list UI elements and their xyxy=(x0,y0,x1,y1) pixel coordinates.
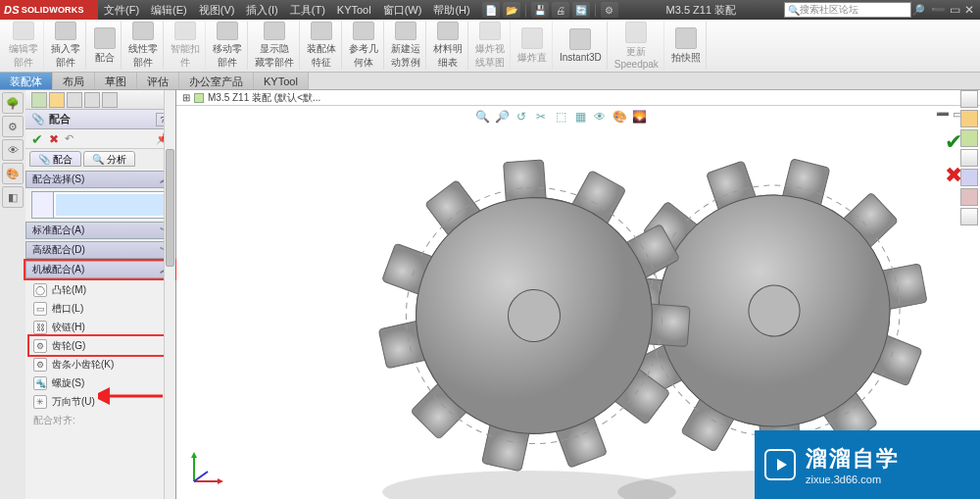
universal-icon: ✳ xyxy=(33,395,47,409)
tab-sketch[interactable]: 草图 xyxy=(95,73,137,89)
qa-new-icon[interactable]: 📄 xyxy=(482,2,500,18)
menu-window[interactable]: 窗口(W) xyxy=(377,0,428,20)
rb-instant3d[interactable]: Instant3D xyxy=(555,22,608,70)
mate-rack[interactable]: ⚙齿条小齿轮(K) xyxy=(29,355,172,374)
rb-edit-component[interactable]: 编辑零部件 xyxy=(4,22,44,70)
show-hide-icon xyxy=(264,22,285,40)
tab-evaluate[interactable]: 评估 xyxy=(137,73,179,89)
selection-type-icon[interactable] xyxy=(32,192,54,218)
tab-office[interactable]: 办公室产品 xyxy=(179,73,254,89)
snapshot-icon xyxy=(675,27,697,49)
tp-home-icon[interactable] xyxy=(960,90,978,108)
menu-kytool[interactable]: KYTool xyxy=(331,0,377,20)
fm-display-icon[interactable]: 👁 xyxy=(2,139,24,161)
menu-edit[interactable]: 编辑(E) xyxy=(145,0,193,20)
main-menu: 文件(F) 编辑(E) 视图(V) 插入(I) 工具(T) KYTool 窗口(… xyxy=(98,0,476,20)
fm-tab-3-icon[interactable] xyxy=(67,92,82,108)
sub-tab-strip: 📎 配合 🔍 分析 xyxy=(25,149,175,169)
fm-tab-4-icon[interactable] xyxy=(84,92,100,108)
qa-rebuild-icon[interactable]: 🔄 xyxy=(572,2,590,18)
menu-tools[interactable]: 工具(T) xyxy=(284,0,331,20)
view-triad[interactable] xyxy=(186,450,225,489)
left-icon-column: 🌳 ⚙ 👁 🎨 ◧ xyxy=(0,90,25,499)
rb-mate[interactable]: 配合 xyxy=(88,22,122,70)
rb-speedpak[interactable]: 更新Speedpak xyxy=(610,22,664,70)
qa-print-icon[interactable]: 🖨 xyxy=(552,2,569,18)
menu-file[interactable]: 文件(F) xyxy=(98,0,145,20)
document-title: M3.5 Z11 装配 xyxy=(618,3,784,18)
svg-marker-21 xyxy=(218,478,223,484)
search-input[interactable]: 🔍 搜索社区论坛 xyxy=(784,2,911,18)
tp-appearances-icon[interactable] xyxy=(960,169,978,186)
fm-appearance-icon[interactable]: 🎨 xyxy=(2,163,24,184)
sub-tab-mate[interactable]: 📎 配合 xyxy=(29,151,81,167)
move-component-icon xyxy=(217,22,238,40)
selection-box[interactable] xyxy=(31,191,170,219)
mate-gear[interactable]: ⚙齿轮(G) xyxy=(29,336,172,355)
panel-scrollbar[interactable] xyxy=(164,90,175,499)
search-go-icon[interactable]: 🔎 xyxy=(911,4,925,17)
cancel-icon[interactable]: ✖ xyxy=(49,132,59,146)
fm-tab-2-icon[interactable] xyxy=(49,92,65,108)
fm-decal-icon[interactable]: ◧ xyxy=(2,186,24,208)
section-mechanical[interactable]: 机械配合(A)︽ xyxy=(25,261,175,278)
tp-design-lib-icon[interactable] xyxy=(960,110,978,127)
tree-expand-icon[interactable]: ⊞ xyxy=(182,92,190,103)
rb-move-component[interactable]: 移动零部件 xyxy=(208,22,248,70)
rb-snapshot[interactable]: 拍快照 xyxy=(666,22,707,70)
undo-icon[interactable]: ↶ xyxy=(65,132,74,145)
section-advanced[interactable]: 高级配合(D)︾ xyxy=(25,241,175,259)
explode-line-icon xyxy=(521,27,543,49)
motion-study-icon xyxy=(395,22,416,40)
mate-screw[interactable]: 🔩螺旋(S) xyxy=(29,374,172,392)
qa-save-icon[interactable]: 💾 xyxy=(531,2,549,18)
restore-icon[interactable]: ▭ xyxy=(950,3,960,17)
mate-icon xyxy=(94,27,116,49)
panel-control-row: ✔ ✖ ↶ 📌 xyxy=(25,129,175,149)
rb-assembly-feature[interactable]: 装配体特征 xyxy=(302,22,342,70)
fm-tab-5-icon[interactable] xyxy=(102,92,118,108)
minimize-icon[interactable]: ➖ xyxy=(931,3,946,17)
rb-motion-study[interactable]: 新建运动算例 xyxy=(386,22,426,70)
speedpak-icon xyxy=(625,22,647,43)
selection-field[interactable] xyxy=(56,194,167,216)
assembly-feature-icon xyxy=(311,22,332,40)
mate-cam[interactable]: ◯凸轮(M) xyxy=(29,280,172,299)
section-selection[interactable]: 配合选择(S)︽ xyxy=(25,171,175,188)
menu-help[interactable]: 帮助(H) xyxy=(427,0,475,20)
fm-tab-1-icon[interactable] xyxy=(31,92,47,108)
section-standard[interactable]: 标准配合(A)︾ xyxy=(25,222,175,239)
rb-insert-component[interactable]: 插入零部件 xyxy=(46,22,86,70)
fm-config-icon[interactable]: ⚙ xyxy=(2,116,24,137)
qa-open-icon[interactable]: 📂 xyxy=(503,2,520,18)
tp-view-palette-icon[interactable] xyxy=(960,149,978,167)
rb-show-hide[interactable]: 显示隐藏零部件 xyxy=(250,22,300,70)
mate-universal[interactable]: ✳万向节(U) xyxy=(29,392,172,411)
mate-hinge[interactable]: ⛓铰链(H) xyxy=(29,318,172,336)
rb-explode-sketch[interactable]: 爆炸视线草图 xyxy=(470,22,511,70)
tp-forum-icon[interactable] xyxy=(960,208,978,225)
rb-bom[interactable]: 材料明细表 xyxy=(428,22,468,70)
menu-view[interactable]: 视图(V) xyxy=(193,0,241,20)
mate-slot[interactable]: ▭槽口(L) xyxy=(29,299,172,318)
fm-tree-icon[interactable]: 🌳 xyxy=(2,92,24,114)
tab-kytool[interactable]: KYTool xyxy=(254,73,309,89)
rb-smart-fastener[interactable]: 智能扣件 xyxy=(166,22,206,70)
tab-assembly[interactable]: 装配体 xyxy=(0,73,53,89)
tp-file-explorer-icon[interactable] xyxy=(960,129,978,147)
tree-root-label[interactable]: M3.5 Z11 装配 (默认<默... xyxy=(208,91,320,105)
hinge-icon: ⛓ xyxy=(33,321,47,334)
rb-ref-geometry[interactable]: 参考几何体 xyxy=(344,22,384,70)
ok-icon[interactable]: ✔ xyxy=(31,131,43,147)
sub-tab-analyze[interactable]: 🔍 分析 xyxy=(83,151,135,167)
rb-linear-pattern[interactable]: 线性零部件 xyxy=(123,22,164,70)
tp-custom-props-icon[interactable] xyxy=(960,188,978,206)
qa-options-icon[interactable]: ⚙ xyxy=(601,2,618,18)
menu-insert[interactable]: 插入(I) xyxy=(240,0,283,20)
insert-component-icon xyxy=(55,22,76,40)
scrollbar-thumb[interactable] xyxy=(166,149,174,267)
mate-alignment-label: 配合对齐: xyxy=(29,411,172,429)
tab-layout[interactable]: 布局 xyxy=(53,73,95,89)
rb-explode-line[interactable]: 爆炸直 xyxy=(513,22,553,70)
close-icon[interactable]: ✕ xyxy=(964,3,974,17)
